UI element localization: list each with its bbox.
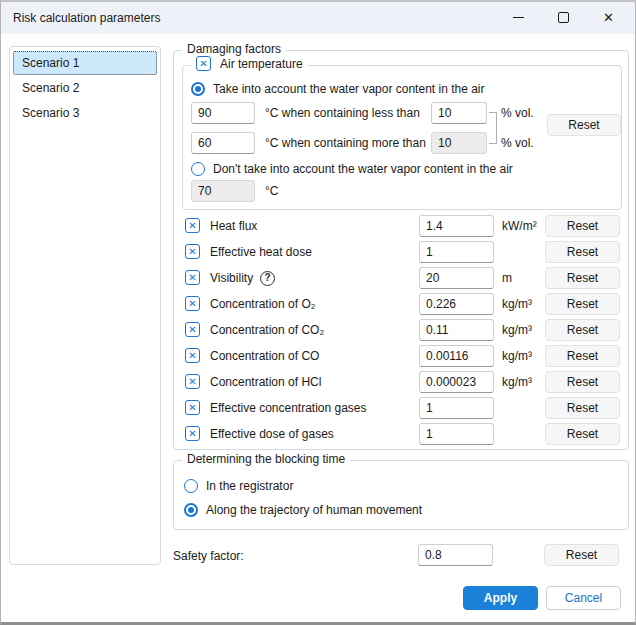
effective-heat-dose-label: Effective heat dose [210,241,312,263]
close-button[interactable]: ✕ [586,2,631,33]
linked-values-bracket [489,112,497,144]
effective-heat-dose-reset-button[interactable]: Reset [545,241,620,263]
damaging-factors-legend: Damaging factors [182,42,286,56]
trajectory-radio[interactable] [184,503,198,517]
temp-more-text: °C when containing more than [265,132,426,154]
visibility-reset-button[interactable]: Reset [545,267,620,289]
concentration-co2-input[interactable] [419,319,494,341]
concentration-co2-reset-button[interactable]: Reset [545,319,620,341]
maximize-button[interactable] [541,2,586,33]
concentration-hcl-checkbox[interactable]: ✕ [185,374,200,389]
window-controls: ✕ [496,2,631,34]
concentration-hcl-input[interactable] [419,371,494,393]
effective-dose-of-gases-reset-button[interactable]: Reset [545,423,620,445]
heat-flux-input[interactable] [419,215,494,237]
effective-dose-of-gases-input[interactable] [419,423,494,445]
blocking-time-legend: Determining the blocking time [182,452,350,466]
registrator-radio[interactable] [184,479,198,493]
factor-row-visibility: ✕ Visibility? m Reset [174,267,630,289]
close-icon: ✕ [603,11,614,24]
concentration-o2-unit: kg/m³ [502,293,532,315]
effective-concentration-gases-label: Effective concentration gases [210,397,367,419]
heat-flux-checkbox[interactable]: ✕ [185,218,200,233]
effective-concentration-gases-input[interactable] [419,397,494,419]
effective-concentration-gases-checkbox[interactable]: ✕ [185,400,200,415]
visibility-label-text: Visibility [210,267,253,289]
factor-row-effective-concentration-gases: ✕ Effective concentration gases Reset [174,397,630,419]
window-title: Risk calculation parameters [1,11,160,25]
help-icon[interactable]: ? [260,271,275,286]
effective-heat-dose-checkbox[interactable]: ✕ [185,244,200,259]
visibility-unit: m [502,267,512,289]
concentration-co-reset-button[interactable]: Reset [545,345,620,367]
concentration-o2-checkbox[interactable]: ✕ [185,296,200,311]
visibility-checkbox[interactable]: ✕ [185,270,200,285]
checkbox-x-icon: ✕ [199,59,207,69]
factor-row-concentration-co: ✕ Concentration of CO kg/m³ Reset [174,345,630,367]
minimize-button[interactable] [496,2,541,33]
heat-flux-unit: kW/m² [502,215,537,237]
effective-heat-dose-input[interactable] [419,241,494,263]
checkbox-x-icon: ✕ [188,273,196,283]
checkbox-x-icon: ✕ [188,247,196,257]
radio-row-registrator: In the registrator [184,477,293,495]
concentration-co-label: Concentration of CO [210,345,319,367]
concentration-co2-unit: kg/m³ [502,319,532,341]
checkbox-x-icon: ✕ [188,403,196,413]
without-vapor-radio[interactable] [191,162,205,176]
maximize-icon [558,12,569,23]
factor-row-heat-flux: ✕ Heat flux kW/m² Reset [174,215,630,237]
with-vapor-label: Take into account the water vapor conten… [213,82,485,96]
radio-row-trajectory: Along the trajectory of human movement [184,501,422,519]
titlebar: Risk calculation parameters ✕ [1,2,635,34]
list-item-scenario-1[interactable]: Scenario 1 [13,51,157,75]
effective-dose-of-gases-checkbox[interactable]: ✕ [185,426,200,441]
effective-dose-of-gases-label: Effective dose of gases [210,423,334,445]
percent-more-input [431,132,487,154]
damaging-factors-group: Damaging factors ✕ Air temperature Take … [173,50,629,450]
concentration-co-checkbox[interactable]: ✕ [185,348,200,363]
concentration-hcl-unit: kg/m³ [502,371,532,393]
checkbox-x-icon: ✕ [188,221,196,231]
safety-factor-input[interactable] [418,544,493,566]
scenario-list: Scenario 1 Scenario 2 Scenario 3 [9,46,161,565]
percent-less-unit: % vol. [501,102,534,124]
list-item-scenario-2[interactable]: Scenario 2 [13,76,157,100]
temp-less-text: °C when containing less than [265,102,420,124]
heat-flux-label: Heat flux [210,215,257,237]
factor-row-effective-dose-of-gases: ✕ Effective dose of gases Reset [174,423,630,445]
list-item-scenario-3[interactable]: Scenario 3 [13,101,157,125]
concentration-o2-reset-button[interactable]: Reset [545,293,620,315]
concentration-o2-input[interactable] [419,293,494,315]
radio-row-without-vapor: Don't take into account the water vapor … [191,160,513,178]
safety-factor-reset-button[interactable]: Reset [544,544,619,566]
air-temperature-reset-button[interactable]: Reset [547,114,621,136]
factor-row-effective-heat-dose: ✕ Effective heat dose Reset [174,241,630,263]
air-temperature-label: Air temperature [220,57,303,71]
visibility-input[interactable] [419,267,494,289]
percent-more-unit: % vol. [501,132,534,154]
temp-less-input[interactable] [191,102,255,124]
heat-flux-reset-button[interactable]: Reset [545,215,620,237]
trajectory-label: Along the trajectory of human movement [206,503,422,517]
concentration-co-input[interactable] [419,345,494,367]
concentration-co-unit: kg/m³ [502,345,532,367]
concentration-hcl-reset-button[interactable]: Reset [545,371,620,393]
effective-concentration-gases-reset-button[interactable]: Reset [545,397,620,419]
concentration-co2-label: Concentration of CO₂ [210,319,324,341]
concentration-co2-checkbox[interactable]: ✕ [185,322,200,337]
factor-row-concentration-co2: ✕ Concentration of CO₂ kg/m³ Reset [174,319,630,341]
cancel-button[interactable]: Cancel [546,586,621,610]
visibility-label: Visibility? [210,267,275,289]
apply-button[interactable]: Apply [463,586,538,610]
air-temperature-checkbox[interactable]: ✕ [196,56,211,71]
safety-factor-label: Safety factor: [173,545,244,567]
factor-row-concentration-o2: ✕ Concentration of O₂ kg/m³ Reset [174,293,630,315]
percent-less-input[interactable] [431,102,487,124]
risk-calculation-dialog: Risk calculation parameters ✕ Scenario 1… [0,0,636,625]
temp-more-input[interactable] [191,132,255,154]
radio-row-with-vapor: Take into account the water vapor conten… [191,80,485,98]
factor-row-concentration-hcl: ✕ Concentration of HCl kg/m³ Reset [174,371,630,393]
concentration-o2-label: Concentration of O₂ [210,293,315,315]
with-vapor-radio[interactable] [191,82,205,96]
